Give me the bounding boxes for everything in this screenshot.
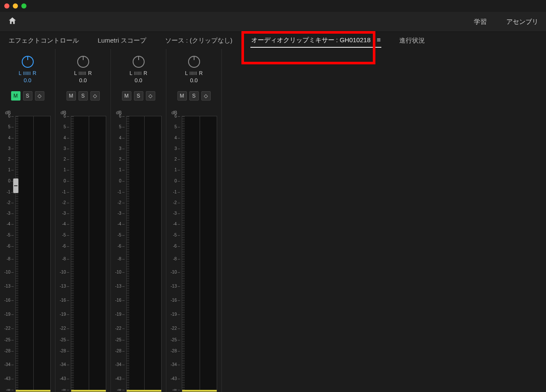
workspace-assembly[interactable]: アセンブリ [506,18,538,26]
window-zoom-button[interactable] [21,3,26,9]
volume-fader[interactable] [13,178,19,193]
pan-value: 0.0 [79,77,87,84]
mute-button[interactable]: M [67,91,76,101]
mixer-channel-1: LR 0.0 M S ◇ dB 6543210-1-2-3-4-5-6-8-10… [0,49,55,392]
fx-button[interactable]: ◇ [35,91,44,101]
pan-lr-label: LR [130,70,147,76]
solo-button[interactable]: S [78,91,88,101]
fx-button[interactable]: ◇ [201,91,211,101]
tab-effect-controls[interactable]: エフェクトコントロール [8,34,80,47]
solo-button[interactable]: S [134,91,143,101]
mixer-channel-3: LR 0.0 M S ◇ dB 6543210-1-2-3-4-5-6-8-10… [111,49,166,392]
fx-button[interactable]: ◇ [146,91,155,101]
pan-knob[interactable] [133,56,145,68]
solo-button[interactable]: S [23,91,32,101]
solo-button[interactable]: S [189,91,199,101]
home-icon[interactable] [8,16,17,27]
pan-lr-label: LR [19,70,36,76]
window-minimize-button[interactable] [13,3,18,9]
level-meter [126,116,162,392]
app-topbar: 学習 アセンブリ [0,12,546,32]
pan-knob[interactable] [22,56,34,68]
panel-menu-icon[interactable]: ≡ [377,36,380,43]
meter-scale: 6543210-1-2-3-4-5-6-8-10-13-16-19-22-25-… [169,116,182,392]
tab-lumetri-scopes[interactable]: Lumetri スコープ [97,34,147,47]
level-meter [15,116,51,392]
window-titlebar [0,0,546,12]
meter-scale: 6543210-1-2-3-4-5-6-8-10-13-16-19-22-25-… [3,116,15,392]
level-meter [71,116,106,392]
window-close-button[interactable] [4,3,9,9]
mute-button[interactable]: M [177,91,187,101]
level-meter [182,116,217,392]
audio-clip-mixer-panel: LR 0.0 M S ◇ dB 6543210-1-2-3-4-5-6-8-10… [0,49,546,392]
tab-audio-clip-mixer-label: オーディオクリップミキサー : GH010218 [251,36,371,43]
tab-source[interactable]: ソース : (クリップなし) [164,34,233,47]
mixer-channel-2: LR 0.0 M S ◇ dB 6543210-1-2-3-4-5-6-8-10… [55,49,111,392]
workspace-learn[interactable]: 学習 [474,18,487,26]
pan-value: 0.0 [134,77,142,84]
workspace-switcher: 学習 アセンブリ [474,18,538,26]
mixer-channel-4: LR 0.0 M S ◇ dB 6543210-1-2-3-4-5-6-8-10… [166,49,222,392]
pan-knob[interactable] [77,56,89,68]
pan-value: 0.0 [190,77,197,84]
pan-knob[interactable] [188,56,200,68]
meter-scale: 6543210-1-2-3-4-5-6-8-10-13-16-19-22-25-… [58,116,71,392]
tab-progress[interactable]: 進行状況 [398,34,426,47]
mute-button[interactable]: M [122,91,131,101]
pan-lr-label: LR [185,70,203,76]
fx-button[interactable]: ◇ [90,91,100,101]
pan-lr-label: LR [74,70,92,76]
pan-value: 0.0 [23,77,31,84]
panel-tabbar: エフェクトコントロール Lumetri スコープ ソース : (クリップなし) … [0,32,546,49]
mute-button[interactable]: M [11,91,20,101]
tab-audio-clip-mixer[interactable]: オーディオクリップミキサー : GH010218 ≡ [250,34,382,48]
meter-scale: 6543210-1-2-3-4-5-6-8-10-13-16-19-22-25-… [113,116,126,392]
